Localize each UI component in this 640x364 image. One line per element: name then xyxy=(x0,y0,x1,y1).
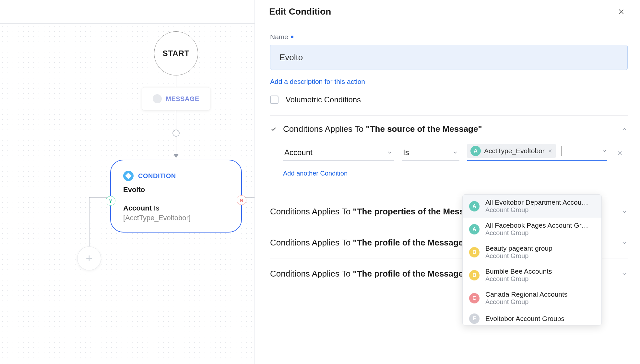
close-button[interactable] xyxy=(617,7,626,16)
required-indicator xyxy=(291,36,293,38)
close-icon xyxy=(618,8,625,15)
yes-branch-badge[interactable]: Y xyxy=(106,196,115,206)
option-name: Bumble Bee Accounts xyxy=(485,267,552,275)
message-node[interactable]: MESSAGE xyxy=(142,87,210,110)
option-avatar: A xyxy=(469,224,480,234)
chevron-down-icon xyxy=(452,150,458,155)
section-quoted: "The source of the Message" xyxy=(366,124,482,134)
condition-operator-value: Is xyxy=(403,148,409,157)
add-another-condition-link[interactable]: Add another Condition xyxy=(283,170,348,177)
condition-row: Account Is A AcctType_Evoltobor xyxy=(283,144,628,161)
section-quoted: "The properties of the Mess xyxy=(353,207,464,216)
conditions-section-source: Conditions Applies To "The source of the… xyxy=(270,116,628,186)
condition-node-title: Evolto xyxy=(123,186,229,194)
panel-header: Edit Condition xyxy=(255,0,640,23)
message-icon xyxy=(153,94,162,103)
dropdown-option[interactable]: A All Facebook Pages Account Gr… Account… xyxy=(463,218,601,241)
plus-icon: + xyxy=(86,252,92,265)
checkmark-icon xyxy=(270,126,277,132)
condition-node-summary: Account Is xyxy=(123,204,229,212)
option-name: Evoltobor Account Groups xyxy=(485,315,564,323)
chip-avatar: A xyxy=(470,146,481,156)
dropdown-option[interactable]: E Evoltobor Account Groups xyxy=(463,310,601,325)
chevron-down-icon xyxy=(621,240,628,246)
volumetric-checkbox[interactable] xyxy=(270,96,279,104)
option-avatar: E xyxy=(469,313,480,324)
condition-node[interactable]: CONDITION Evolto Account Is [AcctType_Ev… xyxy=(110,160,242,233)
svg-point-2 xyxy=(173,130,179,136)
option-name: Beauty pageant group xyxy=(485,245,552,252)
option-name: Canada Regional Accounts xyxy=(485,290,567,298)
add-description-link[interactable]: Add a description for this action xyxy=(270,78,365,85)
chevron-up-icon xyxy=(621,126,628,132)
delete-row-icon[interactable] xyxy=(617,150,623,161)
condition-icon xyxy=(123,171,134,181)
dropdown-option[interactable]: B Bumble Bee Accounts Account Group xyxy=(463,264,601,287)
message-node-label: MESSAGE xyxy=(166,95,199,103)
chip-label: AcctType_Evoltobor xyxy=(484,147,545,155)
divider xyxy=(123,198,229,198)
chevron-down-icon xyxy=(621,209,628,215)
value-dropdown[interactable]: A All Evoltobor Department Accou… Accoun… xyxy=(462,194,602,325)
flow-canvas[interactable]: START MESSAGE CONDITION Evolto Account I… xyxy=(0,0,255,364)
section-prefix: Conditions Applies To xyxy=(270,207,353,216)
chevron-down-icon xyxy=(621,271,628,277)
option-subtitle: Account Group xyxy=(485,298,567,306)
option-subtitle: Account Group xyxy=(485,252,552,260)
dropdown-option[interactable]: C Canada Regional Accounts Account Group xyxy=(463,287,601,310)
option-name: All Evoltobor Department Accou… xyxy=(485,199,588,206)
section-prefix: Conditions Applies To xyxy=(270,269,353,279)
condition-field-select[interactable]: Account xyxy=(283,146,394,161)
name-input[interactable] xyxy=(270,45,628,70)
condition-node-type: CONDITION xyxy=(138,172,176,180)
start-node[interactable]: START xyxy=(154,31,198,75)
condition-node-value: [AcctType_Evoltobor] xyxy=(123,214,229,222)
option-avatar: B xyxy=(469,270,480,280)
add-node-button[interactable]: + xyxy=(77,246,101,270)
chevron-down-icon xyxy=(601,148,607,154)
condition-field-value: Account xyxy=(284,148,313,157)
volumetric-label: Volumetric Conditions xyxy=(286,95,361,104)
chevron-down-icon xyxy=(387,150,393,155)
name-field-group: Name xyxy=(270,33,628,70)
edit-condition-panel: Edit Condition Name Add a description fo… xyxy=(255,0,640,364)
section-header-source[interactable]: Conditions Applies To "The source of the… xyxy=(270,124,628,134)
option-avatar: C xyxy=(469,293,480,303)
section-prefix: Conditions Applies To xyxy=(283,124,366,134)
section-quoted: "The profile of the Message xyxy=(353,238,463,247)
dropdown-option[interactable]: A All Evoltobor Department Accou… Accoun… xyxy=(463,195,601,218)
option-avatar: B xyxy=(469,247,480,257)
value-chip[interactable]: A AcctType_Evoltobor xyxy=(467,144,556,158)
no-branch-badge[interactable]: N xyxy=(237,195,246,205)
section-prefix: Conditions Applies To xyxy=(270,238,353,247)
text-cursor xyxy=(562,146,562,156)
option-subtitle: Account Group xyxy=(485,229,588,237)
option-name: All Facebook Pages Account Gr… xyxy=(485,222,588,229)
dropdown-option[interactable]: B Beauty pageant group Account Group xyxy=(463,241,601,264)
option-avatar: A xyxy=(469,201,480,211)
condition-operator-select[interactable]: Is xyxy=(402,146,459,161)
option-subtitle: Account Group xyxy=(485,206,588,214)
condition-value-input[interactable]: A AcctType_Evoltobor xyxy=(467,144,607,161)
option-subtitle: Account Group xyxy=(485,275,552,283)
panel-title: Edit Condition xyxy=(269,6,331,17)
chip-remove-icon[interactable] xyxy=(548,147,552,155)
name-label: Name xyxy=(270,33,288,41)
start-node-label: START xyxy=(162,49,189,58)
